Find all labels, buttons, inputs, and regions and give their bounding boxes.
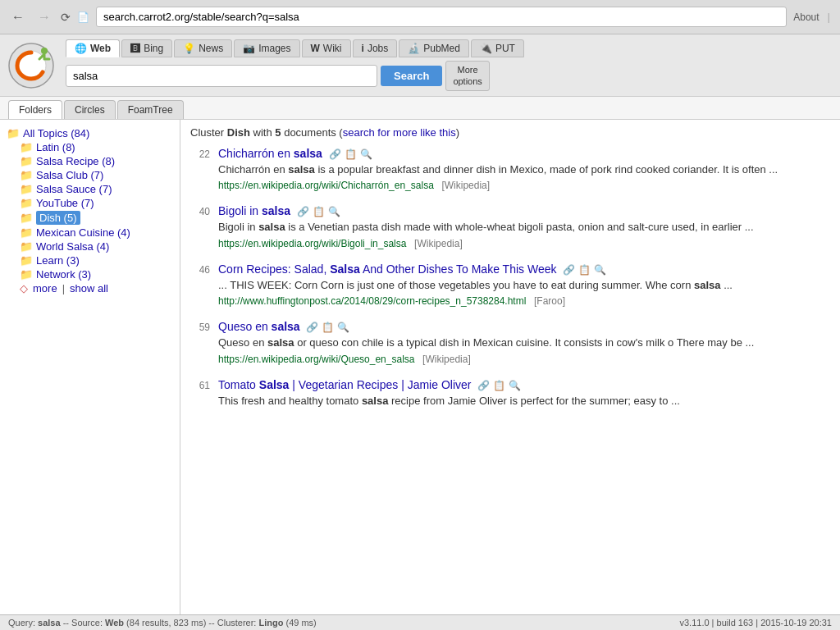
result-title[interactable]: Corn Recipes: Salad, Salsa And Other Dis… bbox=[218, 262, 556, 276]
result-url: https://en.wikipedia.org/wiki/Chicharrón… bbox=[218, 180, 434, 191]
similar-icon[interactable]: 🔗 bbox=[329, 148, 341, 160]
folder-salsa-club[interactable]: 📁 Salsa Club (7) bbox=[20, 168, 173, 182]
search-icon[interactable]: 🔍 bbox=[594, 264, 606, 276]
learn-link[interactable]: Learn (3) bbox=[36, 254, 80, 267]
source-tabs: 🌐 Web 🅱 Bing 💡 News 📷 Images W Wiki i Jo… bbox=[66, 39, 832, 57]
result-url: https://en.wikipedia.org/wiki/Bigoli_in_… bbox=[218, 238, 406, 249]
tab-pubmed[interactable]: 🔬 PubMed bbox=[399, 39, 469, 57]
main-content: 📁 All Topics (84) 📁 Latin (8) 📁 Salsa Re… bbox=[0, 120, 840, 623]
right-panel: Cluster Dish with 5 documents (search fo… bbox=[180, 120, 840, 623]
folder-all-topics[interactable]: 📁 All Topics (84) bbox=[7, 126, 173, 140]
folder-icon: 📁 bbox=[20, 155, 33, 167]
tab-news[interactable]: 💡 News bbox=[174, 39, 232, 57]
world-salsa-link[interactable]: World Salsa (4) bbox=[36, 240, 109, 253]
youtube-link[interactable]: YouTube (7) bbox=[36, 197, 94, 209]
result-body: Chicharrón en salsa 🔗 📋 🔍 Chicharrón en … bbox=[218, 147, 830, 192]
folder-world-salsa[interactable]: 📁 World Salsa (4) bbox=[20, 240, 173, 253]
folder-dish[interactable]: 📁 Dish (5) bbox=[20, 210, 173, 226]
similar-icon[interactable]: 🔗 bbox=[297, 206, 309, 217]
search-icon[interactable]: 🔍 bbox=[328, 206, 340, 217]
result-item: 22 Chicharrón en salsa 🔗 📋 🔍 Chicharrón … bbox=[190, 147, 830, 192]
folder-icon: 📁 bbox=[20, 240, 33, 253]
cache-icon[interactable]: 📋 bbox=[322, 322, 334, 333]
result-snippet: Chicharrón en salsa is a popular breakfa… bbox=[218, 162, 830, 178]
dish-link[interactable]: Dish (5) bbox=[36, 211, 80, 225]
refresh-button[interactable]: ⟳ bbox=[61, 11, 71, 24]
similar-icon[interactable]: 🔗 bbox=[477, 380, 490, 391]
folder-icon: 📁 bbox=[20, 141, 33, 153]
salsa-sauce-link[interactable]: Salsa Sauce (7) bbox=[36, 183, 112, 195]
result-title[interactable]: Chicharrón en salsa bbox=[218, 147, 322, 160]
about-link[interactable]: About bbox=[793, 11, 819, 23]
search-more-link[interactable]: search for more like this bbox=[343, 126, 456, 139]
network-link[interactable]: Network (3) bbox=[36, 268, 91, 281]
more-link[interactable]: more bbox=[33, 282, 57, 294]
mexican-cuisine-link[interactable]: Mexican Cuisine (4) bbox=[36, 226, 130, 239]
search-input[interactable] bbox=[66, 65, 377, 87]
tab-jobs[interactable]: i Jobs bbox=[353, 39, 398, 57]
folder-icon: 📁 bbox=[20, 197, 33, 209]
result-icons: 🔗 📋 🔍 bbox=[297, 206, 340, 217]
tab-put[interactable]: 🔌 PUT bbox=[471, 39, 524, 57]
folder-salsa-recipe[interactable]: 📁 Salsa Recipe (8) bbox=[20, 154, 173, 168]
cache-icon[interactable]: 📋 bbox=[493, 380, 505, 391]
salsa-recipe-link[interactable]: Salsa Recipe (8) bbox=[36, 155, 115, 167]
view-tabs: Folders Circles FoamTree bbox=[0, 97, 840, 120]
search-icon[interactable]: 🔍 bbox=[509, 380, 521, 391]
search-button[interactable]: Search bbox=[381, 66, 442, 86]
browser-chrome: ← → ⟳ 📄 About | bbox=[0, 0, 840, 34]
folder-youtube[interactable]: 📁 YouTube (7) bbox=[20, 196, 173, 210]
result-item: 61 Tomato Salsa | Vegetarian Recipes | J… bbox=[190, 378, 830, 411]
result-icons: 🔗 📋 🔍 bbox=[477, 380, 521, 391]
folder-mexican-cuisine[interactable]: 📁 Mexican Cuisine (4) bbox=[20, 226, 173, 240]
result-url: http://www.huffingtonpost.ca/2014/08/29/… bbox=[218, 295, 526, 307]
folder-learn[interactable]: 📁 Learn (3) bbox=[20, 253, 173, 267]
result-title[interactable]: Bigoli in salsa bbox=[218, 204, 290, 217]
result-body: Tomato Salsa | Vegetarian Recipes | Jami… bbox=[218, 378, 830, 411]
result-title[interactable]: Tomato Salsa | Vegetarian Recipes | Jami… bbox=[218, 378, 471, 391]
back-button[interactable]: ← bbox=[8, 8, 28, 26]
result-body: Bigoli in salsa 🔗 📋 🔍 Bigoli in salsa is… bbox=[218, 204, 830, 249]
cluster-header: Cluster Dish with 5 documents (search fo… bbox=[190, 126, 830, 139]
folder-salsa-sauce[interactable]: 📁 Salsa Sauce (7) bbox=[20, 182, 173, 196]
cache-icon[interactable]: 📋 bbox=[578, 264, 591, 276]
divider: | bbox=[828, 11, 830, 23]
similar-icon[interactable]: 🔗 bbox=[306, 322, 318, 333]
version-text: v3.11.0 | build 163 | 2015-10-19 20:31 bbox=[679, 618, 832, 628]
app-header: 🌐 Web 🅱 Bing 💡 News 📷 Images W Wiki i Jo… bbox=[0, 34, 840, 97]
tab-images[interactable]: 📷 Images bbox=[234, 39, 299, 57]
search-icon[interactable]: 🔍 bbox=[360, 148, 372, 160]
more-icon: ◇ bbox=[20, 282, 28, 294]
result-icons: 🔗 📋 🔍 bbox=[306, 322, 349, 333]
tab-foamtree[interactable]: FoamTree bbox=[117, 100, 184, 119]
tab-folders[interactable]: Folders bbox=[8, 100, 62, 119]
folder-latin[interactable]: 📁 Latin (8) bbox=[20, 140, 173, 154]
more-row: ◇ more | show all bbox=[20, 281, 173, 295]
cache-icon[interactable]: 📋 bbox=[313, 206, 325, 217]
more-options-button[interactable]: More options bbox=[445, 61, 489, 91]
svg-point-2 bbox=[41, 48, 48, 54]
folder-icon: 📁 bbox=[20, 268, 33, 281]
all-topics-link[interactable]: All Topics (84) bbox=[23, 127, 89, 139]
tab-wiki[interactable]: W Wiki bbox=[302, 39, 351, 57]
tab-circles[interactable]: Circles bbox=[64, 100, 116, 119]
show-all-link[interactable]: show all bbox=[70, 282, 108, 294]
salsa-club-link[interactable]: Salsa Club (7) bbox=[36, 169, 103, 181]
folder-icon: 📁 bbox=[20, 212, 33, 224]
folder-network[interactable]: 📁 Network (3) bbox=[20, 267, 173, 281]
similar-icon[interactable]: 🔗 bbox=[563, 264, 575, 276]
logo[interactable] bbox=[8, 43, 57, 88]
result-snippet: Queso en salsa or queso con chile is a t… bbox=[218, 335, 830, 351]
status-bar: Query: salsa -- Source: Web (84 results,… bbox=[0, 614, 840, 630]
result-title[interactable]: Queso en salsa bbox=[218, 320, 300, 333]
result-body: Corn Recipes: Salad, Salsa And Other Dis… bbox=[218, 262, 830, 308]
search-icon[interactable]: 🔍 bbox=[337, 322, 349, 333]
tab-web[interactable]: 🌐 Web bbox=[66, 39, 120, 57]
result-source: [Faroo] bbox=[534, 295, 565, 307]
latin-link[interactable]: Latin (8) bbox=[36, 141, 75, 153]
tabs-search-container: 🌐 Web 🅱 Bing 💡 News 📷 Images W Wiki i Jo… bbox=[66, 39, 832, 91]
cache-icon[interactable]: 📋 bbox=[345, 148, 357, 160]
tab-bing[interactable]: 🅱 Bing bbox=[121, 39, 172, 57]
forward-button[interactable]: → bbox=[34, 8, 54, 26]
url-bar[interactable] bbox=[96, 7, 787, 27]
